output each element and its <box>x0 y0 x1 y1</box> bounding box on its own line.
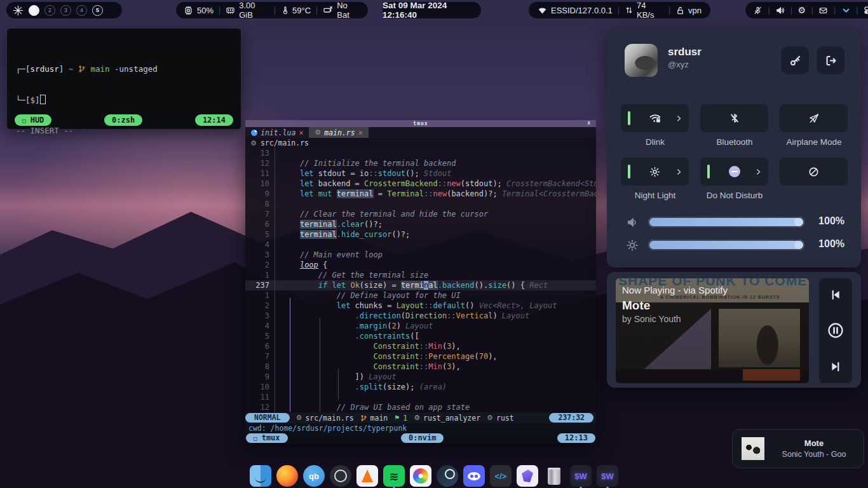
toggle-do-not-disturb[interactable] <box>700 158 768 186</box>
workspace-1[interactable] <box>29 5 39 16</box>
desktop: 2 3 4 5 50% | 3.00 GiB | 59°C | No Bat <box>0 0 868 488</box>
code-line[interactable]: 2 loop { <box>245 260 596 270</box>
toggle-bluetooth[interactable] <box>700 104 768 132</box>
volume-slider[interactable] <box>648 217 804 227</box>
dock-steam[interactable] <box>437 465 458 487</box>
dock-qbittorrent[interactable]: qb <box>303 465 325 487</box>
code-line[interactable]: 6 terminal.clear()?; <box>245 219 596 229</box>
temperature-icon <box>281 6 290 15</box>
logout-icon <box>825 55 837 67</box>
toggle-night-light[interactable] <box>621 158 689 186</box>
volume-icon[interactable] <box>775 6 785 15</box>
tab-close-icon[interactable]: × <box>299 128 303 137</box>
git-branch-icon <box>78 65 86 73</box>
window-close-button[interactable]: x <box>587 120 591 126</box>
code-line[interactable]: 7 // Clear the terminal and hide the cur… <box>245 209 596 219</box>
active-indicator <box>707 165 710 179</box>
code-line[interactable]: 8 <box>245 199 596 209</box>
code-line[interactable]: 2 let chunks = Layout::default() Vec<Rec… <box>245 301 596 311</box>
code-line[interactable]: 9 ]) Layout <box>245 372 596 382</box>
topbar-clock[interactable]: Sat 09 Mar 2024 12:16:40 <box>383 2 481 18</box>
code-line[interactable]: 1 // Get the terminal size <box>245 270 596 280</box>
code-line[interactable]: 8 Constraint::Min(3), <box>245 362 596 372</box>
tab-close-icon[interactable]: × <box>358 128 363 137</box>
dock-sw-app-2[interactable]: $W <box>597 465 618 487</box>
mic-muted-icon[interactable] <box>753 6 763 15</box>
dock-obs[interactable] <box>330 465 351 487</box>
toggle-disabled[interactable] <box>780 158 848 186</box>
code-line[interactable]: 1 // Define layout for the UI <box>245 290 596 301</box>
code-line[interactable]: 3 .direction(Direction::Vertical) Layout <box>245 311 596 321</box>
tmux-session-pill[interactable]: □ tmux <box>246 433 288 443</box>
chevron-right-icon[interactable] <box>675 115 682 122</box>
workspace-5[interactable]: 5 <box>92 5 103 16</box>
code-line[interactable]: 11 <box>245 392 596 402</box>
lock-keys-button[interactable] <box>781 46 809 74</box>
previous-track-button[interactable] <box>829 288 842 301</box>
dock-firefox[interactable] <box>276 465 298 487</box>
code-line[interactable]: 237 if let Ok(size) = terminal.backend()… <box>245 280 596 290</box>
avatar[interactable] <box>625 44 658 77</box>
mail-icon[interactable] <box>818 6 828 15</box>
code-line[interactable]: 5 terminal.hide_cursor()?; <box>245 229 596 240</box>
dock-discord[interactable] <box>463 465 485 487</box>
tmux-session-pill[interactable]: □ HUD <box>15 114 51 126</box>
breadcrumb: ⚙ src/main.rs <box>245 138 596 148</box>
vpn-label: vpn <box>688 6 702 15</box>
dock-photos[interactable] <box>410 465 431 487</box>
code-line[interactable]: 12 // Initialize the terminal backend <box>245 158 596 168</box>
dock-trash[interactable] <box>543 465 565 487</box>
dock-vlc[interactable] <box>356 465 378 487</box>
chevron-down-icon[interactable] <box>841 6 851 15</box>
notification-card[interactable]: Mote Sonic Youth - Goo <box>732 429 864 468</box>
code-line[interactable]: 10 .split(size); (area) <box>245 382 596 392</box>
logout-button[interactable] <box>817 46 844 74</box>
chevron-right-icon[interactable] <box>755 168 762 175</box>
tmux-window-pill[interactable]: 0:nvim <box>401 433 444 443</box>
toggles-icon[interactable] <box>864 5 868 15</box>
code-line[interactable]: 10 let backend = CrosstermBackend::new(s… <box>245 179 596 189</box>
slider-knob[interactable] <box>794 218 803 226</box>
logo-star-icon[interactable] <box>13 5 24 16</box>
rust-icon: ⚙ <box>296 414 302 422</box>
code-line[interactable]: 12 // Draw UI based on app state <box>245 402 596 412</box>
code-editor[interactable]: 1312 // Initialize the terminal backend1… <box>245 148 596 412</box>
brightness-icon <box>626 239 639 252</box>
code-line[interactable]: 13 <box>245 148 596 158</box>
volume-icon <box>626 216 639 229</box>
dock-obsidian[interactable] <box>517 465 538 487</box>
code-line[interactable]: 4 .margin(2) Layout <box>245 321 596 331</box>
dock-vscode[interactable]: </> <box>490 465 512 487</box>
brightness-slider[interactable] <box>648 240 804 250</box>
code-line[interactable]: 11 let stdout = io::stdout(); Stdout <box>245 168 596 179</box>
editor-window[interactable]: tmux x init.lua × ⚙ main.rs × ⚙ src/main… <box>245 120 596 444</box>
code-line[interactable]: 6 Constraint::Min(3), <box>245 341 596 351</box>
tab-init-lua[interactable]: init.lua × <box>245 127 309 138</box>
tmux-window-pill[interactable]: 0:zsh <box>104 114 142 126</box>
workspace-4[interactable]: 4 <box>76 5 87 16</box>
dock-file-manager[interactable] <box>250 465 271 487</box>
code-line[interactable]: 9 let mut terminal = Terminal::new(backe… <box>245 189 596 199</box>
window-titlebar[interactable]: tmux x <box>245 120 596 127</box>
battery-value: No Bat <box>337 1 360 20</box>
slider-knob[interactable] <box>794 241 803 249</box>
pause-button[interactable] <box>827 322 844 339</box>
chevron-right-icon[interactable] <box>675 168 682 175</box>
tab-main-rs[interactable]: ⚙ main.rs × <box>309 127 368 138</box>
tmux-clock-pill: 12:13 <box>557 433 595 443</box>
settings-gear-icon[interactable]: ⚙ <box>798 5 806 15</box>
next-track-button[interactable] <box>829 360 842 373</box>
code-line[interactable]: 4 <box>245 240 596 250</box>
code-line[interactable]: 7 Constraint::Percentage(70), <box>245 351 596 362</box>
terminal-window[interactable]: ┌─[srdusr] ~ main -unstaged └─[$] -- INS… <box>6 28 241 130</box>
code-line[interactable]: 5 .constraints([ <box>245 331 596 341</box>
dock-sw-app-1[interactable]: $W <box>570 465 592 487</box>
prompt-line-1: ┌─[srdusr] ~ main -unstaged <box>16 64 234 74</box>
code-line[interactable]: 3 // Main event loop <box>245 250 596 260</box>
workspace-2[interactable]: 2 <box>44 5 55 16</box>
toggle-airplane-mode[interactable] <box>780 104 848 132</box>
toggle-wifi-dlink[interactable] <box>621 104 689 132</box>
dock-spotify[interactable]: ≋ <box>383 465 405 487</box>
workspace-3[interactable]: 3 <box>60 5 71 16</box>
essid-value: ESSID/127.0.0.1 <box>551 6 613 15</box>
